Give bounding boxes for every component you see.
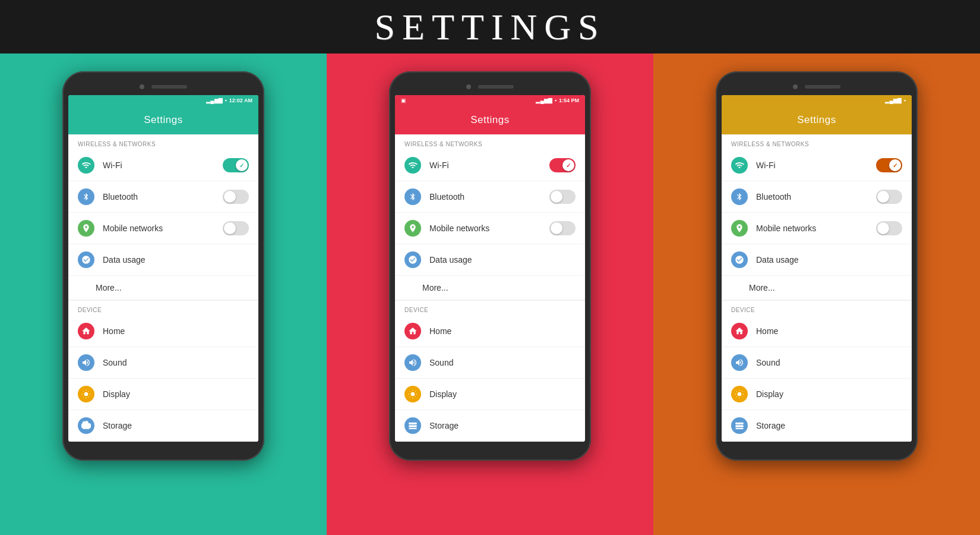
sound-item-pink[interactable]: Sound — [395, 347, 585, 379]
storage-icon-pink — [404, 417, 421, 434]
mobile-toggle-teal[interactable] — [223, 221, 249, 235]
screen-pink: ▣ ▂▄▆▇ ▪ 1:54 PM Settings WIRELESS & NET… — [395, 95, 585, 442]
storage-icon-orange — [731, 417, 748, 434]
bluetooth-knob-teal — [224, 191, 236, 203]
home-item-teal[interactable]: Home — [68, 316, 258, 347]
battery-icon-teal: ▪ — [225, 97, 227, 103]
sound-item-orange[interactable]: Sound — [722, 347, 912, 379]
mobile-label-pink: Mobile networks — [429, 224, 541, 233]
wifi-knob-teal: ✓ — [236, 159, 248, 171]
wireless-header-orange: WIRELESS & NETWORKS — [722, 134, 912, 150]
sound-icon-teal — [78, 354, 94, 371]
more-orange[interactable]: More... — [722, 276, 912, 300]
wifi-label-orange: Wi-Fi — [756, 160, 868, 170]
display-label-pink: Display — [429, 389, 576, 399]
storage-item-pink[interactable]: Storage — [395, 410, 585, 442]
storage-item-orange[interactable]: Storage — [722, 410, 912, 442]
bluetooth-knob-pink — [551, 191, 562, 203]
mobile-item-orange[interactable]: Mobile networks — [722, 213, 912, 244]
home-label-teal: Home — [103, 326, 249, 336]
storage-label-pink: Storage — [429, 421, 576, 430]
display-item-teal[interactable]: Display — [68, 379, 258, 410]
more-teal[interactable]: More... — [68, 276, 258, 300]
panels-container: ▂▄▆▇ ▪ 12:02 AM Settings WIRELESS & NETW… — [0, 54, 980, 535]
wifi-toggle-orange[interactable]: ✓ — [876, 158, 902, 172]
sound-icon-orange — [731, 354, 748, 371]
svg-point-0 — [84, 392, 88, 396]
bluetooth-icon-orange — [731, 188, 748, 205]
data-item-teal[interactable]: Data usage — [68, 244, 258, 276]
home-item-orange[interactable]: Home — [722, 316, 912, 347]
speaker-orange — [805, 85, 840, 89]
mobile-toggle-orange[interactable] — [876, 221, 902, 235]
mobile-item-teal[interactable]: Mobile networks — [68, 213, 258, 244]
appbar-orange: Settings — [722, 106, 912, 134]
bluetooth-icon-teal — [78, 188, 94, 205]
status-bar-pink: ▣ ▂▄▆▇ ▪ 1:54 PM — [395, 95, 585, 106]
home-icon-teal — [78, 323, 94, 339]
camera-pink — [466, 84, 471, 89]
camera-teal — [140, 84, 144, 89]
mobile-knob-pink — [551, 222, 562, 234]
wireless-header-teal: WIRELESS & NETWORKS — [68, 134, 258, 150]
signal-icon-orange: ▂▄▆▇ — [885, 97, 901, 103]
left-status-icon-pink: ▣ — [401, 97, 406, 103]
screen-teal: ▂▄▆▇ ▪ 12:02 AM Settings WIRELESS & NETW… — [68, 95, 258, 442]
appbar-pink: Settings — [395, 106, 585, 134]
sound-icon-pink — [404, 354, 421, 371]
display-item-orange[interactable]: Display — [722, 379, 912, 410]
wireless-header-pink: WIRELESS & NETWORKS — [395, 134, 585, 150]
device-header-pink: DEVICE — [395, 300, 585, 316]
phone-bottom-teal — [68, 442, 258, 451]
home-icon-orange — [731, 323, 748, 339]
bluetooth-toggle-orange[interactable] — [876, 190, 902, 204]
svg-rect-4 — [409, 428, 416, 429]
display-icon-pink — [404, 386, 421, 402]
mobile-toggle-pink[interactable] — [549, 221, 576, 235]
home-item-pink[interactable]: Home — [395, 316, 585, 347]
display-label-orange: Display — [756, 389, 902, 399]
mobile-label-teal: Mobile networks — [103, 224, 214, 233]
status-time-teal: 12:02 AM — [229, 97, 252, 103]
wifi-item-teal[interactable]: Wi-Fi ✓ — [68, 150, 258, 181]
sound-label-pink: Sound — [429, 358, 576, 367]
bluetooth-item-teal[interactable]: Bluetooth — [68, 181, 258, 213]
phone-orange: ▂▄▆▇ ▪ Settings WIRELESS & NETWORKS Wi-F… — [716, 71, 918, 461]
bluetooth-item-orange[interactable]: Bluetooth — [722, 181, 912, 213]
sound-label-teal: Sound — [103, 358, 249, 367]
data-label-pink: Data usage — [429, 255, 576, 265]
more-pink[interactable]: More... — [395, 276, 585, 300]
wifi-toggle-teal[interactable]: ✓ — [223, 158, 249, 172]
wifi-knob-orange: ✓ — [889, 159, 901, 171]
wifi-item-orange[interactable]: Wi-Fi ✓ — [722, 150, 912, 181]
sound-item-teal[interactable]: Sound — [68, 347, 258, 379]
data-icon-pink — [404, 251, 421, 268]
bluetooth-item-pink[interactable]: Bluetooth — [395, 181, 585, 213]
settings-list-orange: WIRELESS & NETWORKS Wi-Fi ✓ — [722, 134, 912, 442]
phone-top-bar-orange — [722, 81, 912, 95]
status-time-pink: 1:54 PM — [559, 97, 579, 103]
storage-item-teal[interactable]: Storage — [68, 410, 258, 442]
bluetooth-toggle-teal[interactable] — [223, 190, 249, 204]
bluetooth-toggle-pink[interactable] — [549, 190, 576, 204]
screen-orange: ▂▄▆▇ ▪ Settings WIRELESS & NETWORKS Wi-F… — [722, 95, 912, 442]
appbar-teal: Settings — [68, 106, 258, 134]
svg-rect-3 — [409, 425, 416, 427]
mobile-icon-orange — [731, 220, 748, 237]
speaker-teal — [151, 85, 187, 89]
display-label-teal: Display — [103, 389, 249, 399]
data-item-orange[interactable]: Data usage — [722, 244, 912, 276]
mobile-knob-teal — [224, 222, 236, 234]
mobile-icon-teal — [78, 220, 94, 237]
wifi-toggle-pink[interactable]: ✓ — [549, 158, 576, 172]
data-item-pink[interactable]: Data usage — [395, 244, 585, 276]
panel-pink: ▣ ▂▄▆▇ ▪ 1:54 PM Settings WIRELESS & NET… — [327, 54, 653, 535]
display-item-pink[interactable]: Display — [395, 379, 585, 410]
wifi-icon-teal — [78, 157, 94, 174]
mobile-item-pink[interactable]: Mobile networks — [395, 213, 585, 244]
storage-label-teal: Storage — [103, 421, 249, 430]
battery-icon-orange: ▪ — [904, 97, 906, 103]
display-icon-teal — [78, 386, 94, 402]
phone-bottom-orange — [722, 442, 912, 451]
wifi-item-pink[interactable]: Wi-Fi ✓ — [395, 150, 585, 181]
